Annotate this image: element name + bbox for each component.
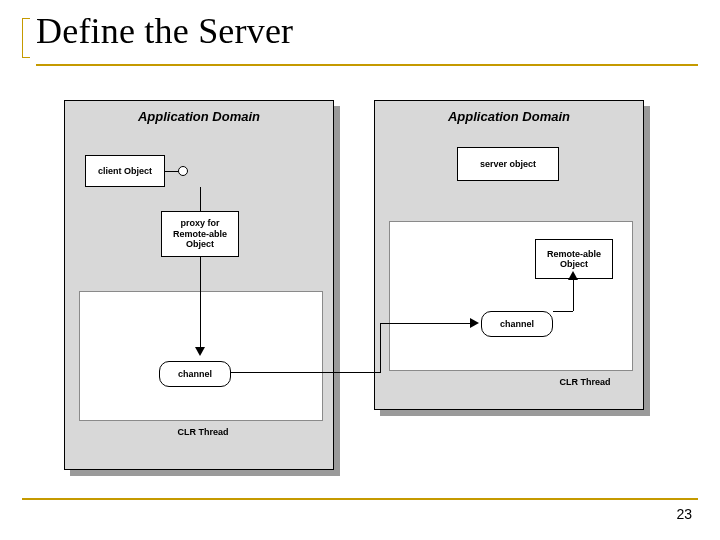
right-panel-title: Application Domain xyxy=(375,109,643,124)
left-channel-label: channel xyxy=(178,369,212,379)
server-object-label: server object xyxy=(480,159,536,169)
page-number: 23 xyxy=(676,506,692,522)
connector-h2 xyxy=(380,323,472,324)
client-interface-icon xyxy=(178,166,188,176)
arrow-into-left-channel-icon xyxy=(195,347,205,356)
connector-h1 xyxy=(230,372,380,373)
right-channel-box: channel xyxy=(481,311,553,337)
diagram-area: Application Domain client Object proxy f… xyxy=(64,100,664,480)
line-client-to-proxy xyxy=(200,187,201,211)
arrow-into-right-channel-icon xyxy=(470,318,479,328)
connector-v xyxy=(380,323,381,373)
title-area: Define the Server xyxy=(22,10,698,52)
left-panel-title: Application Domain xyxy=(65,109,333,124)
right-thread-label: CLR Thread xyxy=(545,377,625,387)
left-channel-box: channel xyxy=(159,361,231,387)
slide-title: Define the Server xyxy=(36,10,698,52)
left-thread-box xyxy=(79,291,323,421)
client-interface-line xyxy=(165,171,179,172)
client-object-box: client Object xyxy=(85,155,165,187)
proxy-box: proxy for Remote-able Object xyxy=(161,211,239,257)
footer-rule xyxy=(22,498,698,500)
left-thread-label: CLR Thread xyxy=(163,427,243,437)
line-thread-to-channel-left xyxy=(200,291,201,347)
line-proxy-to-thread xyxy=(200,257,201,291)
slide: Define the Server Application Domain cli… xyxy=(0,0,720,540)
title-underline xyxy=(36,64,698,66)
title-accent xyxy=(22,18,30,58)
left-app-domain-panel: Application Domain client Object proxy f… xyxy=(64,100,334,470)
arrow-channel-to-remoteable-icon xyxy=(568,271,578,280)
proxy-label: proxy for Remote-able Object xyxy=(173,218,227,249)
server-object-box: server object xyxy=(457,147,559,181)
right-channel-label: channel xyxy=(500,319,534,329)
client-object-label: client Object xyxy=(98,166,152,176)
right-app-domain-panel: Application Domain server object CLR Thr… xyxy=(374,100,644,410)
line-channel-right-stub xyxy=(553,311,573,312)
remoteable-object-label: Remote-able Object xyxy=(547,249,601,270)
line-channel-to-remoteable xyxy=(573,279,574,311)
